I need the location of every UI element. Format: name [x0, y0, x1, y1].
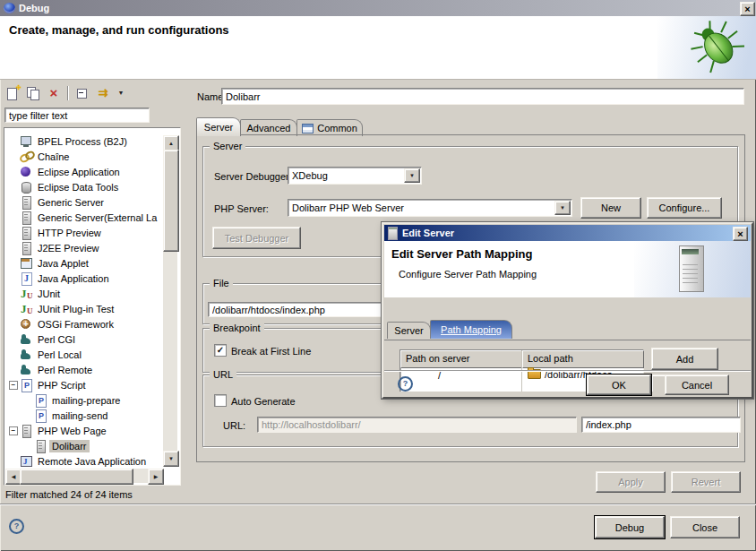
tree-item-label[interactable]: PHP Web Page: [35, 425, 109, 437]
filter-icon[interactable]: ⇉: [96, 86, 110, 100]
tree-item-label[interactable]: Perl Remote: [35, 364, 95, 376]
break-first-line-checkbox[interactable]: ✓: [214, 344, 227, 357]
tree-expander[interactable]: [8, 211, 20, 223]
tree-item[interactable]: Eclipse Application: [4, 164, 162, 179]
debug-button[interactable]: Debug: [595, 516, 665, 538]
revert-button[interactable]: Revert: [671, 471, 741, 493]
tree-item-label[interactable]: Generic Server(External La: [35, 211, 159, 224]
tree-item[interactable]: Remote Java Application: [4, 453, 162, 469]
scroll-right-icon[interactable]: ▶: [148, 469, 164, 485]
tree-vscrollbar-thumb[interactable]: [163, 150, 179, 252]
tree-item[interactable]: Java Applet: [4, 255, 162, 271]
ok-button[interactable]: OK: [587, 375, 651, 395]
tree-item[interactable]: Perl Remote: [4, 362, 162, 377]
tree-expander[interactable]: [22, 440, 34, 452]
add-mapping-button[interactable]: Add: [651, 348, 718, 370]
tree-item-label[interactable]: BPEL Process (B2J): [35, 135, 130, 148]
configure-button[interactable]: Configure...: [647, 197, 722, 219]
tree-item-label[interactable]: Chaîne: [35, 151, 72, 163]
tree-expander[interactable]: [8, 455, 20, 467]
help-icon[interactable]: ?: [9, 519, 24, 534]
auto-generate-checkbox[interactable]: [214, 394, 227, 407]
new-configuration-icon[interactable]: [5, 86, 20, 100]
tree-expander[interactable]: [8, 227, 20, 238]
tree-item[interactable]: Perl CGI: [4, 331, 162, 347]
tree-item-label[interactable]: Perl CGI: [35, 333, 78, 346]
tree-item[interactable]: JUnit Plug-in Test: [4, 301, 162, 316]
tree-item[interactable]: Dolibarr: [4, 438, 162, 453]
tree-item[interactable]: PHP Script: [4, 377, 162, 392]
cancel-button[interactable]: Cancel: [665, 375, 729, 395]
url-path-input[interactable]: [581, 417, 741, 433]
tree-item[interactable]: Perl Local: [4, 347, 162, 362]
tree-expander[interactable]: [8, 288, 20, 299]
tree-item[interactable]: HTTP Preview: [4, 225, 162, 240]
close-button[interactable]: Close: [670, 516, 740, 538]
tree-hscrollbar-thumb[interactable]: [20, 469, 133, 485]
tree-item-label[interactable]: HTTP Preview: [35, 227, 104, 239]
tree-item[interactable]: J2EE Preview: [4, 240, 162, 255]
column-header-path-on-server[interactable]: Path on server: [400, 350, 523, 368]
tree-item-label[interactable]: Remote Java Application: [35, 455, 149, 468]
tree-item-label[interactable]: Dolibarr: [49, 440, 90, 452]
scroll-down-icon[interactable]: ▼: [163, 451, 179, 467]
test-debugger-button[interactable]: Test Debugger: [212, 227, 301, 249]
tree-expander[interactable]: [8, 181, 20, 193]
tree-expander[interactable]: [22, 409, 34, 421]
filter-input[interactable]: [4, 108, 150, 123]
tree-item[interactable]: JUnit: [4, 286, 162, 301]
tree-item-label[interactable]: PHP Script: [35, 379, 89, 392]
apply-button[interactable]: Apply: [596, 471, 666, 493]
tree-item[interactable]: mailing-send: [4, 408, 162, 423]
tree-expander[interactable]: [8, 242, 20, 254]
tree-expander[interactable]: [8, 318, 20, 330]
duplicate-configuration-icon[interactable]: [26, 86, 40, 100]
tree-item[interactable]: OSGi Framework: [4, 316, 162, 331]
tree-item-label[interactable]: mailing-prepare: [49, 394, 123, 407]
delete-configuration-icon[interactable]: ×: [47, 86, 61, 100]
tree-item-label[interactable]: Java Application: [35, 272, 112, 285]
tree-item[interactable]: Java Application: [4, 271, 162, 286]
server-debugger-combo[interactable]: XDebug ▼: [288, 167, 422, 185]
tree-expander[interactable]: [8, 349, 20, 360]
tab-server[interactable]: Server: [196, 117, 241, 136]
tree-item-label[interactable]: Perl Local: [35, 349, 84, 361]
new-server-button[interactable]: New: [580, 197, 641, 219]
window-close-button[interactable]: ×: [740, 2, 755, 16]
name-input[interactable]: [221, 88, 744, 105]
tree-item-label[interactable]: Generic Server: [35, 196, 107, 209]
column-header-local-path[interactable]: Local path: [522, 350, 644, 368]
dialog-tab-path-mapping[interactable]: Path Mapping: [430, 320, 512, 339]
tree-item-label[interactable]: mailing-send: [49, 409, 110, 422]
tree-expander[interactable]: [8, 257, 20, 269]
tree-item-label[interactable]: JUnit Plug-in Test: [35, 303, 116, 315]
tree-item[interactable]: Generic Server: [4, 194, 162, 210]
window-titlebar[interactable]: Debug: [0, 0, 756, 16]
tree-expander[interactable]: [8, 272, 20, 284]
dialog-titlebar[interactable]: Edit Server: [384, 225, 751, 241]
tree-expander[interactable]: [8, 333, 20, 345]
tree-expander[interactable]: [8, 151, 20, 162]
toolbar-menu-chevron-icon[interactable]: ▼: [116, 86, 125, 100]
tree-item[interactable]: Generic Server(External La: [4, 210, 162, 225]
tree-item[interactable]: mailing-prepare: [4, 392, 162, 408]
tree-item-label[interactable]: Eclipse Application: [35, 166, 123, 178]
tree-expander[interactable]: [8, 364, 20, 375]
collapse-all-icon[interactable]: [75, 86, 90, 100]
dialog-close-button[interactable]: ×: [733, 227, 748, 241]
tree-item[interactable]: BPEL Process (B2J): [4, 133, 162, 149]
tree-expander[interactable]: [22, 394, 34, 406]
tree-item-label[interactable]: J2EE Preview: [35, 242, 101, 254]
tree-item[interactable]: Eclipse Data Tools: [4, 179, 162, 194]
tree-expander[interactable]: [8, 135, 20, 147]
dialog-tab-server[interactable]: Server: [387, 322, 431, 339]
tree-expander[interactable]: [8, 303, 20, 314]
tree-item[interactable]: PHP Web Page: [4, 423, 162, 438]
chevron-down-icon[interactable]: ▼: [554, 201, 571, 215]
tree-expander[interactable]: [8, 196, 20, 208]
tree-item-label[interactable]: OSGi Framework: [35, 318, 116, 331]
chevron-down-icon[interactable]: ▼: [404, 168, 420, 183]
tree-expander[interactable]: [8, 166, 20, 177]
dialog-help-icon[interactable]: ?: [398, 376, 413, 392]
tree-item-label[interactable]: Eclipse Data Tools: [35, 181, 121, 194]
